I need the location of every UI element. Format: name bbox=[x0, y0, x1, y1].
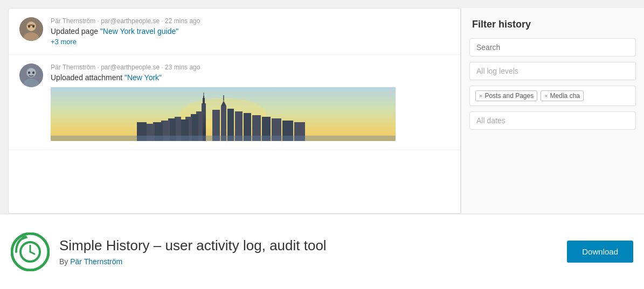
dates-select[interactable]: All dates bbox=[469, 111, 636, 130]
avatar bbox=[19, 64, 43, 87]
activity-action-link[interactable]: "New York" bbox=[124, 73, 162, 82]
filter-tag-remove-icon[interactable]: × bbox=[544, 93, 548, 99]
activity-meta: Pär Thernström · par@earthpeople.se · 22… bbox=[51, 17, 449, 25]
plugin-author: By Pär Thernström bbox=[59, 257, 557, 266]
svg-rect-40 bbox=[51, 136, 396, 141]
activity-time: 22 mins ago bbox=[165, 17, 200, 25]
svg-point-5 bbox=[32, 25, 34, 28]
activity-user: Pär Thernström bbox=[51, 64, 95, 71]
plugin-info-bar: Simple History – user activity log, audi… bbox=[0, 214, 644, 289]
activity-item: Pär Thernström · par@earthpeople.se · 23… bbox=[9, 55, 460, 150]
activity-action: Uploaded attachment "New York" bbox=[51, 73, 449, 82]
activity-time: 23 mins ago bbox=[165, 64, 200, 71]
activity-more-link[interactable]: +3 more bbox=[51, 38, 449, 46]
svg-point-11 bbox=[32, 72, 34, 74]
filter-title: Filter history bbox=[461, 8, 644, 38]
filter-tag[interactable]: × Media cha bbox=[541, 90, 584, 101]
log-levels-select[interactable]: All log levels bbox=[469, 62, 636, 80]
activity-item: Pär Thernström · par@earthpeople.se · 22… bbox=[9, 9, 460, 55]
filter-search-input[interactable] bbox=[469, 38, 636, 57]
svg-line-44 bbox=[30, 252, 34, 254]
svg-point-4 bbox=[28, 25, 30, 28]
plugin-icon bbox=[11, 232, 50, 271]
filter-tag-label: Media cha bbox=[550, 92, 580, 100]
filter-tags-container: × Posts and Pages × Media cha bbox=[469, 86, 636, 106]
activity-meta: Pär Thernström · par@earthpeople.se · 23… bbox=[51, 64, 449, 71]
activity-image-thumbnail bbox=[51, 87, 396, 141]
filter-panel: Filter history All log levels × Posts an… bbox=[461, 8, 644, 214]
filter-tag[interactable]: × Posts and Pages bbox=[475, 90, 537, 101]
plugin-title: Simple History – user activity log, audi… bbox=[59, 237, 557, 254]
activity-action-link[interactable]: "New York travel guide" bbox=[100, 27, 178, 36]
filter-tag-label: Posts and Pages bbox=[484, 92, 534, 100]
activity-email: par@earthpeople.se bbox=[101, 64, 160, 71]
filter-tag-remove-icon[interactable]: × bbox=[479, 93, 482, 99]
svg-point-10 bbox=[28, 72, 30, 74]
activity-email: par@earthpeople.se bbox=[101, 17, 160, 25]
svg-rect-16 bbox=[203, 96, 204, 99]
avatar bbox=[19, 17, 43, 41]
activity-log-panel: Pär Thernström · par@earthpeople.se · 22… bbox=[8, 8, 461, 214]
activity-content: Pär Thernström · par@earthpeople.se · 22… bbox=[51, 17, 449, 46]
activity-content: Pär Thernström · par@earthpeople.se · 23… bbox=[51, 64, 449, 141]
plugin-author-link[interactable]: Pär Thernström bbox=[70, 257, 122, 266]
activity-action: Updated page "New York travel guide" bbox=[51, 27, 449, 36]
download-button[interactable]: Download bbox=[567, 241, 633, 263]
plugin-info: Simple History – user activity log, audi… bbox=[59, 237, 557, 266]
activity-user: Pär Thernström bbox=[51, 17, 95, 25]
